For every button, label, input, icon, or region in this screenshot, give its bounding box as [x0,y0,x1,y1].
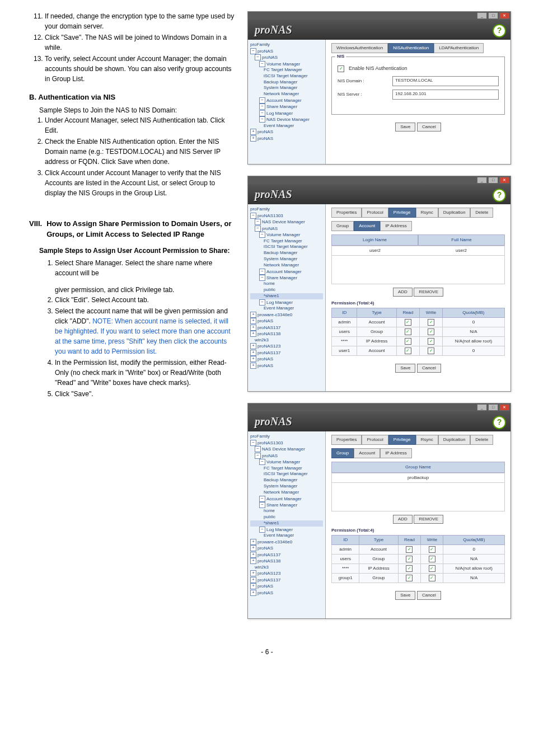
tree-node[interactable]: public [250,514,323,520]
tree-node[interactable]: +proNAS [250,356,323,362]
table-cell[interactable]: ✓ [421,545,443,555]
tree-node[interactable]: −Share Manager [250,502,323,508]
remove-button[interactable]: REMOVE [414,288,443,297]
minus-icon[interactable]: − [259,110,265,116]
tree-1[interactable]: proFamily−proNAS−proNAS−Volume ManagerFC… [248,40,326,164]
tree-node[interactable]: −Share Manager [250,104,323,110]
tree-node[interactable]: −Share Manager [250,275,323,281]
minus-icon[interactable]: − [255,446,261,452]
max-icon[interactable]: □ [488,12,498,19]
max-icon[interactable]: □ [488,177,498,184]
save-button[interactable]: Save [395,591,415,600]
plus-icon[interactable]: + [250,343,256,349]
tree-node[interactable]: Backup Manager [250,79,323,86]
minus-icon[interactable]: − [259,104,265,110]
checkbox-icon[interactable]: ✓ [406,546,413,553]
minus-icon[interactable]: − [255,54,261,60]
tree-node[interactable]: Backup Manager [250,477,323,483]
tree-node[interactable]: Network Manager [250,490,323,496]
close-icon[interactable]: ✕ [499,177,509,184]
tree-node[interactable]: −Log Manager [250,527,323,533]
tree-node[interactable]: +proNAS137 [250,325,323,331]
table-cell[interactable]: ✓ [398,555,421,564]
plus-icon[interactable]: + [250,590,256,596]
tree-node[interactable]: −NAS Device Manager [250,219,323,225]
minus-icon[interactable]: − [259,61,265,67]
plus-icon[interactable]: + [250,583,256,589]
checkbox-icon[interactable]: ✓ [429,565,435,572]
min-icon[interactable]: _ [477,177,487,184]
close-icon[interactable]: ✕ [499,404,509,411]
save-button[interactable]: Save [395,123,415,132]
tree-node[interactable]: proFamily [250,434,323,440]
min-icon[interactable]: _ [477,12,487,19]
tree-node[interactable]: +proNAS137 [250,577,323,583]
tree-node[interactable]: iSCSI Target Manager [250,73,323,79]
tree-node[interactable]: +proNAS137 [250,350,323,356]
tree-node[interactable]: System Manager [250,85,323,91]
table-cell[interactable]: ✓ [398,564,421,574]
minus-icon[interactable]: − [259,97,265,104]
cancel-button[interactable]: Cancel [417,123,441,132]
plus-icon[interactable]: + [250,558,256,564]
table-cell[interactable]: ✓ [420,327,443,337]
checkbox-icon[interactable]: ✓ [405,348,411,354]
tree-node[interactable]: −NAS Device Manager [250,446,323,452]
tree-node[interactable]: −Account Manager [250,496,323,502]
table-cell[interactable]: ✓ [420,318,443,327]
tab-ipaddress[interactable]: IP Address [380,448,412,458]
plus-icon[interactable]: + [250,552,256,558]
plus-icon[interactable]: + [250,356,256,362]
plus-icon[interactable]: + [250,135,256,142]
tree-node[interactable]: −Account Manager [250,269,323,275]
table-cell[interactable]: ✓ [396,327,420,337]
tree-node[interactable]: FC Target Manager [250,67,323,73]
tree-node[interactable]: −proNAS [250,54,323,60]
help-icon[interactable]: ? [493,416,506,429]
tree-node[interactable]: FC Target Manager [250,466,323,472]
tree-node[interactable]: −Log Manager [250,299,323,306]
help-icon[interactable]: ? [493,189,506,202]
checkbox-icon[interactable]: ✓ [406,565,413,572]
acct-login[interactable]: user2 [332,246,418,255]
tab-delete[interactable]: Delete [470,208,493,218]
add-button[interactable]: ADD [393,515,413,524]
tree-node[interactable]: Network Manager [250,262,323,269]
table-cell[interactable]: ✓ [396,346,420,356]
minus-icon[interactable]: − [250,440,256,446]
minus-icon[interactable]: − [259,459,265,465]
minus-icon[interactable]: − [259,116,265,123]
tree-node[interactable]: +proNAS [250,583,323,589]
minus-icon[interactable]: − [259,527,265,533]
tab-nis-auth[interactable]: NISAuthentication [388,43,434,53]
close-icon[interactable]: ✕ [499,12,509,19]
tab-properties[interactable]: Properties [331,435,362,445]
tree-node[interactable]: −Account Manager [250,97,323,104]
tab-properties[interactable]: Properties [331,208,362,218]
tree-node[interactable]: +proNAS137 [250,552,323,558]
enable-nis-checkbox[interactable]: ✓ [338,65,344,72]
plus-icon[interactable]: + [250,570,256,576]
checkbox-icon[interactable]: ✓ [405,328,411,335]
tree-node[interactable]: −proNAS [250,453,323,459]
checkbox-icon[interactable]: ✓ [428,319,434,326]
tree-node[interactable]: Network Manager [250,91,323,97]
tree-node[interactable]: +proNAS123 [250,343,323,349]
minus-icon[interactable]: − [259,232,265,238]
tab-privilege[interactable]: Privilege [388,208,416,218]
plus-icon[interactable]: + [250,325,256,331]
minus-icon[interactable]: − [259,275,265,281]
table-cell[interactable]: ✓ [421,564,443,574]
checkbox-icon[interactable]: ✓ [405,319,411,326]
groupname-val[interactable]: proBackup [331,473,505,483]
minus-icon[interactable]: − [250,213,256,219]
tree-node[interactable]: iSCSI Target Manager [250,244,323,250]
min-icon[interactable]: _ [477,404,487,411]
tree-node[interactable]: −Volume Manager [250,459,323,465]
tree-node[interactable]: public [250,287,323,293]
plus-icon[interactable]: + [250,312,256,318]
nis-domain-input[interactable]: TESTDOM.LOCAL [392,76,499,86]
table-cell[interactable]: ✓ [398,545,421,555]
table-row[interactable]: group1Group✓✓N/A [332,574,505,583]
tab-duplication[interactable]: Duplication [438,435,471,445]
